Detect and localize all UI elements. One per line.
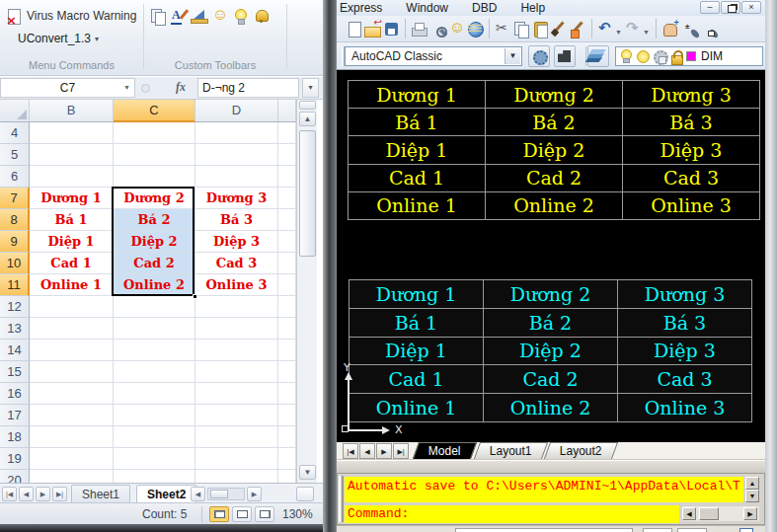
cad-cell-yellow-table-r1c3[interactable]: Dương 3	[623, 81, 759, 108]
cad-cell-cyan-table-r4c2[interactable]: Cad 2	[484, 365, 617, 393]
command-horizontal-scrollbar[interactable]: ◀ ▶	[682, 506, 759, 521]
layer-properties-button[interactable]	[587, 45, 609, 67]
excel-cell-C18[interactable]	[114, 426, 195, 448]
excel-cell-B19[interactable]	[30, 448, 114, 470]
excel-cell-C16[interactable]	[114, 383, 195, 405]
excel-cell-partial12[interactable]	[278, 296, 296, 318]
excel-cell-partial20[interactable]	[278, 470, 296, 483]
page-break-view-button[interactable]	[255, 506, 274, 522]
cad-cell-yellow-table-r3c1[interactable]: Diệp 1	[349, 136, 485, 163]
globe-icon[interactable]	[466, 20, 485, 38]
cad-cell-yellow-table-r2c2[interactable]: Bá 2	[486, 109, 622, 135]
undo-dropdown-icon[interactable]: ▼	[615, 29, 622, 36]
excel-cell-partial19[interactable]	[278, 448, 296, 470]
formula-input[interactable]: D-¬ng 2	[197, 78, 299, 98]
new-file-icon[interactable]	[345, 20, 363, 38]
scrollbar-thumb[interactable]	[299, 130, 316, 257]
excel-cell-partial9[interactable]	[278, 231, 296, 253]
name-box[interactable]: C7	[0, 78, 135, 98]
lightbulb-icon[interactable]	[231, 7, 250, 26]
cyan-text-table[interactable]: Dương 1Dương 2Dương 3Bá 1Bá 2Bá 3Diệp 1D…	[349, 279, 752, 422]
menu-express[interactable]: Express	[338, 1, 384, 15]
layout-tab-model[interactable]: Model	[413, 442, 477, 459]
scroll-left-arrow[interactable]: ◀	[682, 507, 696, 520]
minimize-button[interactable]: –	[700, 1, 720, 14]
excel-cell-C20[interactable]	[114, 470, 195, 483]
excel-cell-partial11[interactable]	[278, 274, 296, 296]
split-handle[interactable]	[299, 101, 316, 110]
undo-icon[interactable]	[596, 20, 615, 38]
excel-cell-partial4[interactable]	[278, 122, 296, 144]
excel-cell-D8[interactable]: Bá 3	[195, 209, 278, 231]
fill-handle[interactable]	[193, 294, 197, 299]
set-square-icon[interactable]	[190, 7, 208, 26]
scrollbar-thumb[interactable]	[699, 507, 719, 520]
name-box-dropdown-icon[interactable]: ▾	[120, 80, 133, 96]
excel-cell-partial8[interactable]	[278, 209, 296, 231]
cad-cell-yellow-table-r1c1[interactable]: Dương 1	[349, 81, 485, 108]
layout-tab-layout2[interactable]: Layout2	[544, 442, 618, 459]
layer-on-bulb-icon[interactable]	[619, 48, 633, 64]
cad-cell-yellow-table-r3c2[interactable]: Diệp 2	[486, 136, 622, 163]
row-header-20[interactable]: 20	[0, 470, 30, 483]
last-sheet-button[interactable]: ▶|	[52, 487, 67, 501]
menu-dbd[interactable]: DBD	[470, 1, 499, 15]
chevron-down-icon[interactable]: ▼	[505, 48, 520, 64]
plot-preview-icon[interactable]	[428, 20, 447, 38]
excel-cell-C8[interactable]: Bá 2	[114, 209, 195, 231]
column-header-C[interactable]: C	[114, 100, 195, 122]
command-window-resize-bar[interactable]	[337, 460, 765, 473]
plot-icon[interactable]	[410, 20, 428, 38]
workspace-settings-button[interactable]	[528, 45, 550, 67]
smiley-icon[interactable]	[210, 7, 229, 26]
restore-button[interactable]	[721, 1, 740, 14]
bell-icon[interactable]	[252, 7, 271, 26]
excel-cell-B15[interactable]	[30, 361, 114, 383]
close-button[interactable]: ×	[741, 1, 761, 14]
workspace-combobox[interactable]: AutoCAD Classic ▼	[345, 46, 522, 66]
first-layout-button[interactable]: |◀	[343, 443, 358, 459]
scrollbar-thumb[interactable]	[210, 490, 228, 498]
cad-cell-yellow-table-r4c2[interactable]: Cad 2	[486, 165, 622, 191]
cad-cell-yellow-table-r2c1[interactable]: Bá 1	[349, 109, 485, 135]
excel-cell-B4[interactable]	[30, 122, 114, 144]
excel-cell-B17[interactable]	[30, 405, 114, 426]
row-header-10[interactable]: 10	[0, 253, 30, 274]
scroll-up-arrow[interactable]: ▲	[299, 112, 316, 126]
tab-scroll-right-button[interactable]: ▶	[247, 487, 262, 501]
menu-window[interactable]: Window	[404, 1, 450, 15]
excel-cell-partial5[interactable]	[278, 144, 296, 166]
excel-cell-C19[interactable]	[114, 448, 195, 470]
menu-help[interactable]: Help	[518, 1, 547, 15]
excel-cell-B7[interactable]: Dương 1	[30, 188, 114, 209]
scrollbar-corner-box[interactable]	[296, 487, 314, 501]
excel-cell-B12[interactable]	[30, 296, 114, 318]
excel-cell-D16[interactable]	[195, 383, 278, 405]
first-sheet-button[interactable]: |◀	[2, 487, 17, 501]
cad-cell-cyan-table-r5c2[interactable]: Online 2	[484, 394, 617, 421]
row-header-16[interactable]: 16	[0, 383, 30, 405]
excel-cell-partial13[interactable]	[278, 318, 296, 340]
row-header-15[interactable]: 15	[0, 361, 30, 383]
copy-icon[interactable]	[512, 20, 531, 38]
cad-cell-yellow-table-r5c2[interactable]: Online 2	[486, 192, 622, 219]
cad-cell-cyan-table-r5c3[interactable]: Online 3	[618, 394, 751, 421]
excel-cell-C17[interactable]	[114, 405, 195, 426]
excel-cell-C13[interactable]	[114, 318, 195, 340]
prev-layout-button[interactable]: ◀	[359, 443, 375, 459]
redo-dropdown-icon[interactable]: ▼	[643, 29, 650, 36]
layer-lock-icon[interactable]	[669, 48, 683, 64]
excel-cell-D5[interactable]	[195, 144, 278, 166]
excel-cell-B20[interactable]	[30, 470, 114, 483]
cad-cell-yellow-table-r4c3[interactable]: Cad 3	[623, 165, 759, 191]
excel-cell-D9[interactable]: Diệp 3	[195, 231, 278, 253]
next-layout-button[interactable]: ▶	[376, 443, 392, 459]
horizontal-scrollbar[interactable]	[207, 488, 245, 500]
command-prompt-input[interactable]: Command:	[345, 505, 679, 523]
excel-cell-C12[interactable]	[114, 296, 195, 318]
excel-cell-partial16[interactable]	[278, 383, 296, 405]
tab-scroll-left-button[interactable]: ◀	[191, 487, 205, 501]
excel-cell-B14[interactable]	[30, 340, 114, 361]
cad-cell-cyan-table-r3c3[interactable]: Diệp 3	[618, 338, 751, 365]
excel-cell-partial15[interactable]	[278, 361, 296, 383]
